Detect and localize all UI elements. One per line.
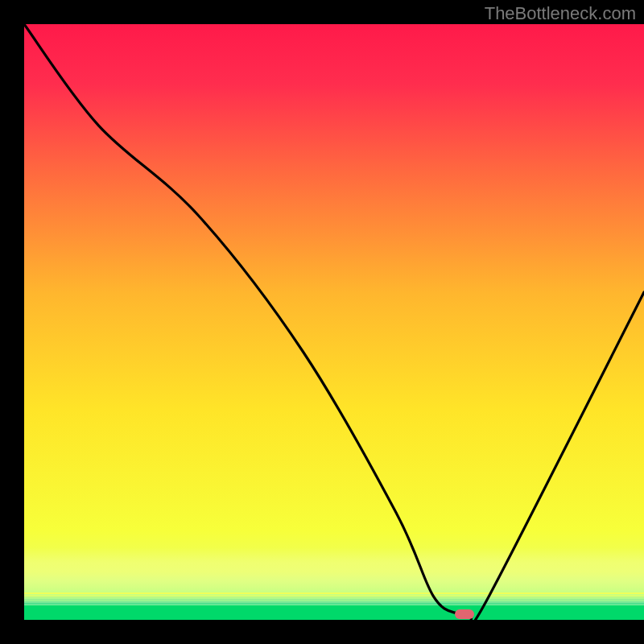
optimal-marker (455, 609, 474, 619)
plot-area (24, 24, 644, 620)
bottleneck-curve (24, 24, 644, 620)
watermark: TheBottleneck.com (485, 3, 636, 24)
